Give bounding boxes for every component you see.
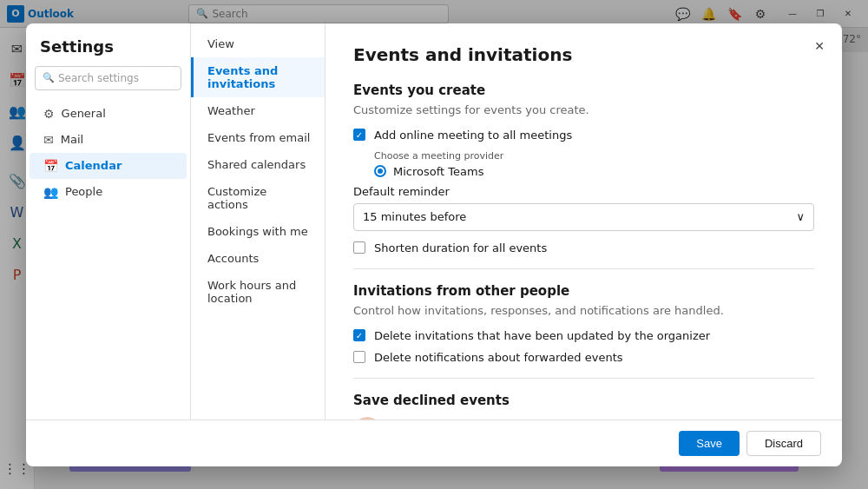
section2-title: Invitations from other people bbox=[353, 283, 814, 299]
sub-nav-customize-actions[interactable]: Customize actions bbox=[191, 178, 325, 218]
section1-desc: Customize settings for events you create… bbox=[353, 103, 814, 116]
sub-nav-accounts[interactable]: Accounts bbox=[191, 245, 325, 272]
shorten-duration-label[interactable]: Shorten duration for all events bbox=[374, 241, 547, 254]
delete-notifications-row: Delete notifications about forwarded eve… bbox=[353, 351, 814, 364]
default-reminder-dropdown[interactable]: 15 minutes before ∨ bbox=[353, 203, 814, 231]
save-button[interactable]: Save bbox=[679, 431, 740, 456]
add-online-meeting-row: ✓ Add online meeting to all meetings bbox=[353, 129, 814, 142]
general-icon: ⚙ bbox=[43, 107, 55, 121]
settings-search-placeholder: Search settings bbox=[58, 72, 139, 84]
settings-dialog: Settings 🔍 Search settings ⚙ General ✉ M… bbox=[26, 23, 842, 466]
nav-item-general[interactable]: ⚙ General bbox=[30, 101, 187, 127]
show-declined-row: ✓ Show declined events on your calendar … bbox=[353, 417, 814, 420]
delete-invitations-label[interactable]: Delete invitations that have been update… bbox=[374, 329, 710, 342]
nav-label-calendar: Calendar bbox=[65, 159, 122, 172]
delete-invitations-checkbox[interactable]: ✓ bbox=[353, 329, 365, 341]
section-divider-1 bbox=[353, 268, 814, 269]
sub-nav-work-hours[interactable]: Work hours and location bbox=[191, 272, 325, 312]
discard-button[interactable]: Discard bbox=[746, 431, 821, 456]
teams-label: Microsoft Teams bbox=[393, 165, 483, 178]
sub-nav-weather[interactable]: Weather bbox=[191, 97, 325, 124]
section2-desc: Control how invitations, responses, and … bbox=[353, 304, 814, 317]
sub-nav-events-invitations[interactable]: Events and invitations bbox=[191, 57, 325, 97]
show-declined-avatar: ✓ bbox=[353, 417, 381, 420]
footer-actions: Save Discard bbox=[26, 420, 842, 466]
nav-label-general: General bbox=[62, 107, 106, 120]
mail-icon: ✉ bbox=[43, 133, 54, 147]
close-dialog-button[interactable]: ✕ bbox=[807, 34, 832, 58]
sub-nav-shared-calendars[interactable]: Shared calendars bbox=[191, 151, 325, 178]
sub-nav-bookings[interactable]: Bookings with me bbox=[191, 218, 325, 245]
nav-item-calendar[interactable]: 📅 Calendar bbox=[30, 153, 187, 179]
modal-overlay: Settings 🔍 Search settings ⚙ General ✉ M… bbox=[0, 0, 868, 489]
dropdown-chevron-icon: ∨ bbox=[796, 210, 805, 223]
settings-search-icon: 🔍 bbox=[43, 72, 55, 83]
settings-main-content: ✕ Events and invitations Events you crea… bbox=[326, 23, 842, 420]
add-online-meeting-label[interactable]: Add online meeting to all meetings bbox=[374, 129, 572, 142]
delete-notifications-label[interactable]: Delete notifications about forwarded eve… bbox=[374, 351, 623, 364]
nav-item-mail[interactable]: ✉ Mail bbox=[30, 127, 187, 153]
sub-nav-events-from-email[interactable]: Events from email bbox=[191, 124, 325, 151]
people-icon: 👥 bbox=[43, 185, 58, 199]
settings-title: Settings bbox=[26, 37, 190, 66]
section3-title: Save declined events bbox=[353, 393, 814, 408]
shorten-duration-row: Shorten duration for all events bbox=[353, 241, 814, 254]
nav-item-people[interactable]: 👥 People bbox=[30, 179, 187, 205]
default-reminder-value: 15 minutes before bbox=[363, 210, 466, 223]
shorten-duration-checkbox[interactable] bbox=[353, 241, 365, 254]
nav-label-mail: Mail bbox=[61, 133, 83, 146]
teams-radio-row: Microsoft Teams bbox=[374, 165, 814, 178]
choose-provider-label: Choose a meeting provider bbox=[374, 150, 814, 162]
delete-notifications-checkbox[interactable] bbox=[353, 351, 365, 363]
nav-label-people: People bbox=[65, 185, 102, 198]
settings-layout: Settings 🔍 Search settings ⚙ General ✉ M… bbox=[26, 23, 842, 420]
default-reminder-label: Default reminder bbox=[353, 185, 814, 198]
section1-title: Events you create bbox=[353, 83, 814, 98]
settings-nav-panel: Settings 🔍 Search settings ⚙ General ✉ M… bbox=[26, 23, 191, 420]
section-divider-2 bbox=[353, 378, 814, 379]
delete-invitations-row: ✓ Delete invitations that have been upda… bbox=[353, 329, 814, 342]
settings-search-box[interactable]: 🔍 Search settings bbox=[35, 66, 181, 90]
calendar-icon: 📅 bbox=[43, 159, 58, 173]
meeting-provider-group: Choose a meeting provider Microsoft Team… bbox=[374, 150, 814, 178]
add-online-meeting-checkbox[interactable]: ✓ bbox=[353, 129, 365, 141]
content-title: Events and invitations bbox=[353, 44, 814, 65]
sub-nav-view[interactable]: View bbox=[191, 30, 325, 57]
teams-radio-button[interactable] bbox=[374, 165, 386, 177]
sub-nav-panel: View Events and invitations Weather Even… bbox=[191, 23, 326, 420]
